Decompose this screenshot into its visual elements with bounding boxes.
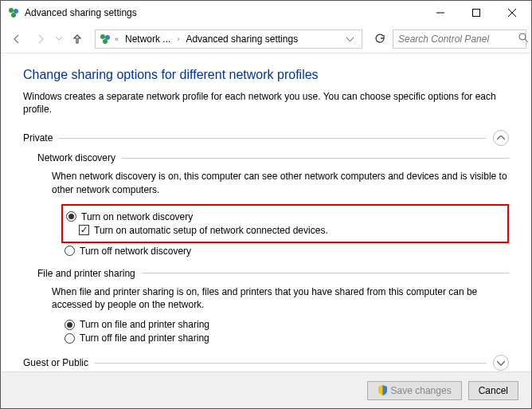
section-label-guest: Guest or Public [23, 357, 88, 368]
cancel-label: Cancel [479, 385, 508, 396]
subsection-file-printer: File and printer sharing When file and p… [37, 268, 509, 344]
radio-icon[interactable] [65, 333, 75, 344]
divider [59, 138, 487, 139]
history-dropdown[interactable] [53, 28, 65, 50]
window-title: Advanced sharing settings [20, 7, 422, 18]
subsection-header-file-printer: File and printer sharing [37, 268, 509, 279]
search-box[interactable] [393, 29, 526, 49]
chevron-icon: « [115, 35, 119, 43]
subsection-header-network-discovery: Network discovery [37, 152, 509, 163]
svg-point-9 [103, 39, 108, 44]
search-input[interactable] [398, 33, 518, 45]
shield-icon [377, 385, 388, 395]
svg-point-8 [105, 35, 110, 40]
chevron-right-icon: › [177, 35, 179, 43]
expand-button-guest[interactable] [493, 355, 509, 371]
save-label: Save changes [391, 385, 452, 396]
titlebar: Advanced sharing settings [1, 1, 531, 25]
radio-icon[interactable] [65, 246, 75, 256]
radio-label: Turn off network discovery [80, 246, 191, 257]
maximize-button[interactable] [458, 2, 494, 24]
svg-point-2 [11, 13, 16, 18]
cancel-button[interactable]: Cancel [468, 381, 518, 400]
svg-point-0 [9, 8, 14, 13]
page-description: Windows creates a separate network profi… [23, 90, 509, 116]
network-discovery-description: When network discovery is on, this compu… [52, 170, 509, 195]
divider [142, 273, 509, 273]
save-changes-button[interactable]: Save changes [367, 381, 462, 400]
breadcrumb-dropdown[interactable] [342, 33, 358, 45]
breadcrumb-icon [99, 33, 111, 45]
radio-icon[interactable] [66, 211, 76, 222]
radio-label: Turn on file and printer sharing [80, 319, 209, 330]
footer: Save changes Cancel [1, 372, 531, 408]
divider [95, 363, 487, 364]
breadcrumb[interactable]: « Network ... › Advanced sharing setting… [95, 29, 362, 49]
up-button[interactable] [66, 28, 88, 50]
checkbox-auto-setup[interactable]: Turn on automatic setup of network conne… [79, 225, 503, 236]
collapse-button-private[interactable] [493, 130, 509, 146]
svg-line-6 [508, 9, 516, 17]
breadcrumb-item-advanced[interactable]: Advanced sharing settings [182, 33, 301, 45]
navbar: « Network ... › Advanced sharing setting… [1, 25, 531, 53]
forward-button[interactable] [29, 28, 52, 50]
radio-file-printer-off[interactable]: Turn off file and printer sharing [65, 332, 509, 344]
svg-line-5 [508, 9, 516, 17]
breadcrumb-item-network[interactable]: Network ... [122, 33, 174, 45]
radio-file-printer-on[interactable]: Turn on file and printer sharing [65, 319, 509, 330]
checkbox-label: Turn on automatic setup of network conne… [94, 225, 328, 236]
radio-label: Turn on network discovery [81, 211, 193, 222]
svg-point-7 [100, 34, 105, 39]
divider [122, 158, 509, 159]
subsection-label: Network discovery [37, 152, 115, 163]
svg-point-10 [519, 33, 526, 40]
back-button[interactable] [6, 28, 28, 50]
highlight-annotation: Turn on network discovery Turn on automa… [61, 204, 509, 243]
section-header-guest[interactable]: Guest or Public [23, 355, 509, 371]
section-private: Private Network discovery When network d… [23, 130, 509, 344]
subsection-network-discovery: Network discovery When network discovery… [37, 152, 509, 256]
svg-point-1 [14, 9, 18, 14]
section-header-private[interactable]: Private [23, 130, 509, 146]
svg-line-11 [525, 39, 528, 42]
subsection-label: File and printer sharing [37, 268, 135, 279]
close-button[interactable] [494, 2, 530, 24]
file-printer-description: When file and printer sharing is on, fil… [52, 285, 509, 311]
minimize-button[interactable] [422, 2, 458, 24]
content-area: Change sharing options for different net… [1, 53, 531, 372]
page-title: Change sharing options for different net… [23, 68, 509, 82]
section-guest-public: Guest or Public [23, 355, 509, 371]
refresh-button[interactable] [369, 29, 391, 49]
section-label-private: Private [23, 132, 53, 144]
app-icon [7, 6, 20, 19]
radio-network-discovery-off[interactable]: Turn off network discovery [65, 246, 509, 257]
search-icon [518, 33, 529, 45]
radio-label: Turn off file and printer sharing [80, 332, 209, 344]
radio-network-discovery-on[interactable]: Turn on network discovery [66, 211, 503, 222]
radio-icon[interactable] [65, 320, 75, 330]
svg-rect-4 [472, 10, 479, 17]
checkbox-icon[interactable] [79, 225, 89, 235]
